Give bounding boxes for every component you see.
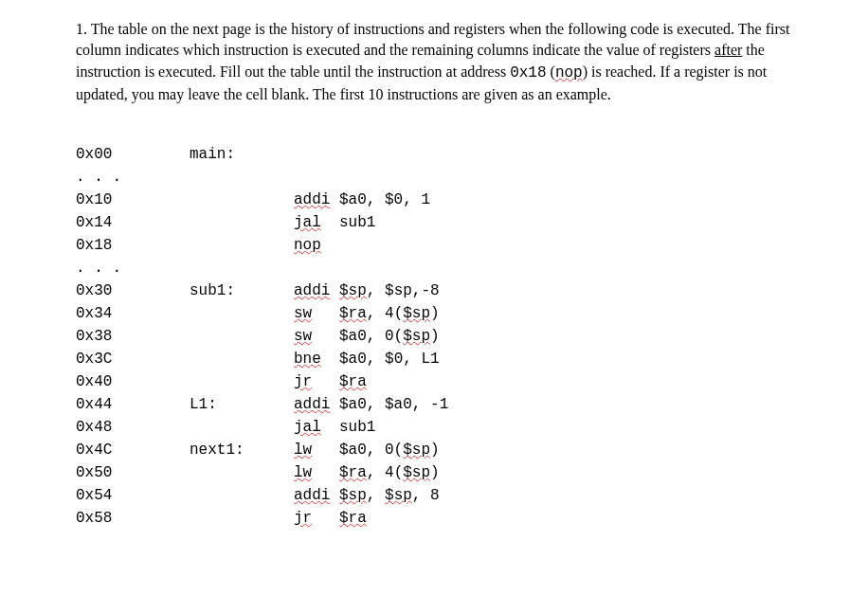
label — [190, 507, 294, 530]
label — [190, 461, 294, 484]
code-row: 0x50lw $ra, 4($sp) — [76, 461, 792, 484]
address: 0x30 — [76, 279, 190, 302]
address: 0x58 — [76, 507, 190, 530]
label — [190, 234, 294, 257]
code-row: 0x40jr $ra — [76, 370, 792, 393]
code-row: . . . — [76, 257, 792, 279]
address: . . . — [76, 257, 190, 279]
address: 0x10 — [76, 189, 190, 211]
code-row: 0x10addi $a0, $0, 1 — [76, 189, 792, 211]
question-nop: nop — [555, 64, 583, 81]
label — [190, 370, 294, 393]
instruction: lw $ra, 4($sp) — [294, 461, 792, 484]
address: 0x00 — [76, 143, 190, 166]
instruction: addi $a0, $a0, -1 — [294, 393, 792, 416]
label — [190, 166, 294, 189]
instruction: addi $sp, $sp,-8 — [294, 279, 792, 302]
instruction: bne $a0, $0, L1 — [294, 348, 792, 370]
instruction — [294, 166, 792, 189]
address: 0x40 — [76, 370, 190, 393]
code-row: 0x3Cbne $a0, $0, L1 — [76, 348, 792, 370]
code-row: 0x34sw $ra, 4($sp) — [76, 302, 792, 325]
code-row: 0x58jr $ra — [76, 507, 792, 530]
code-row: . . . — [76, 166, 792, 189]
question-addr: 0x18 — [510, 64, 546, 81]
label: L1: — [190, 393, 294, 416]
code-row: 0x14jal sub1 — [76, 211, 792, 234]
address: 0x4C — [76, 439, 190, 461]
label — [190, 348, 294, 370]
label — [190, 211, 294, 234]
instruction: jal sub1 — [294, 211, 792, 234]
address: 0x48 — [76, 416, 190, 439]
code-row: 0x54addi $sp, $sp, 8 — [76, 484, 792, 507]
instruction: jr $ra — [294, 370, 792, 393]
instruction — [294, 143, 792, 166]
instruction: lw $a0, 0($sp) — [294, 439, 792, 461]
instruction: sw $a0, 0($sp) — [294, 325, 792, 348]
label — [190, 257, 294, 279]
instruction: jal sub1 — [294, 416, 792, 439]
question-number: 1. — [76, 21, 87, 37]
address: 0x38 — [76, 325, 190, 348]
address: 0x3C — [76, 348, 190, 370]
question-paragraph: 1. The table on the next page is the his… — [76, 19, 792, 105]
label — [190, 325, 294, 348]
code-row: 0x44L1:addi $a0, $a0, -1 — [76, 393, 792, 416]
label — [190, 302, 294, 325]
instruction: sw $ra, 4($sp) — [294, 302, 792, 325]
instruction: addi $sp, $sp, 8 — [294, 484, 792, 507]
code-row: 0x30sub1:addi $sp, $sp,-8 — [76, 279, 792, 302]
code-row: 0x00main: — [76, 143, 792, 166]
instruction: nop — [294, 234, 792, 257]
code-row: 0x38sw $a0, 0($sp) — [76, 325, 792, 348]
code-row: 0x48jal sub1 — [76, 416, 792, 439]
label — [190, 416, 294, 439]
address: 0x54 — [76, 484, 190, 507]
label: sub1: — [190, 279, 294, 302]
address: 0x44 — [76, 393, 190, 416]
instruction: jr $ra — [294, 507, 792, 530]
question-text-3: ( — [547, 63, 555, 80]
instruction — [294, 257, 792, 279]
code-row: 0x4Cnext1:lw $a0, 0($sp) — [76, 439, 792, 461]
label: next1: — [190, 439, 294, 461]
code-listing: 0x00main:. . .0x10addi $a0, $0, 10x14jal… — [76, 143, 792, 530]
code-row: 0x18nop — [76, 234, 792, 257]
address: . . . — [76, 166, 190, 189]
address: 0x18 — [76, 234, 190, 257]
question-text-after: after — [714, 42, 742, 58]
label: main: — [190, 143, 294, 166]
label — [190, 484, 294, 507]
address: 0x14 — [76, 211, 190, 234]
address: 0x34 — [76, 302, 190, 325]
instruction: addi $a0, $0, 1 — [294, 189, 792, 211]
address: 0x50 — [76, 461, 190, 484]
question-text-1: The table on the next page is the histor… — [76, 21, 789, 58]
label — [190, 189, 294, 211]
